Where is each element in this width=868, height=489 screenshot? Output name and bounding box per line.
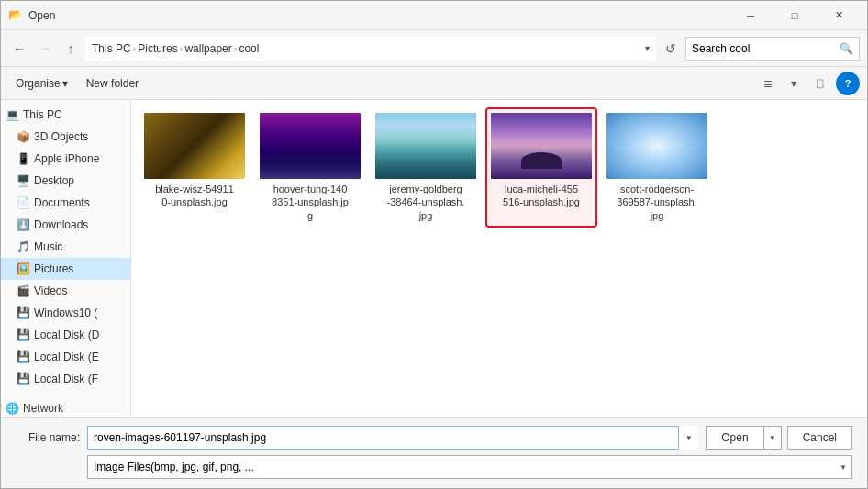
sidebar-label-local-e: Local Disk (E <box>34 350 99 363</box>
search-input[interactable] <box>692 42 836 55</box>
sidebar-label-this-pc: This PC <box>23 108 62 121</box>
sidebar-label-desktop: Desktop <box>34 174 74 187</box>
3d-objects-icon: 📦 <box>16 129 30 144</box>
view-controls: ≣ ▾ ⎕ <box>755 72 832 95</box>
file-item-luca[interactable]: luca-micheli-455516-unsplash.jpg <box>487 109 595 226</box>
sidebar-label-local-d: Local Disk (D <box>34 328 99 341</box>
view-dropdown-button[interactable]: ▾ <box>781 72 807 95</box>
sidebar-item-local-f[interactable]: 💾 Local Disk (F <box>1 368 130 390</box>
sidebar-item-this-pc[interactable]: 💻 This PC <box>1 104 130 126</box>
sidebar-item-videos[interactable]: 🎬 Videos <box>1 280 130 302</box>
file-name-input-wrap: ▼ <box>87 426 698 450</box>
breadcrumb-thispc: This PC <box>92 42 131 55</box>
this-pc-icon: 💻 <box>5 107 19 122</box>
downloads-icon: ⬇️ <box>16 217 30 232</box>
sidebar-item-windows10[interactable]: 💾 Windows10 ( <box>1 302 130 324</box>
file-name-jeremy: jeremy-goldberg-38464-unsplash.jpg <box>386 183 464 222</box>
view-icon-button[interactable]: ≣ <box>755 72 781 95</box>
sidebar-item-pictures[interactable]: 🖼️ Pictures <box>1 258 130 280</box>
file-thumb-jeremy <box>375 113 476 179</box>
open-dropdown-button[interactable]: ▼ <box>763 426 782 450</box>
sidebar: 💻 This PC 📦 3D Objects 📱 Apple iPhone 🖥️… <box>1 100 131 417</box>
file-thumb-blake <box>144 113 245 179</box>
cancel-button[interactable]: Cancel <box>787 426 852 450</box>
file-type-wrap: Image Files(bmp, jpg, gif, png, ... ▼ <box>87 455 852 479</box>
sidebar-item-music[interactable]: 🎵 Music <box>1 236 130 258</box>
desktop-icon: 🖥️ <box>16 173 30 188</box>
bottom-bar: File name: ▼ Open ▼ Cancel Image Files(b… <box>1 417 867 488</box>
breadcrumb[interactable]: This PC › Pictures › wallpaper › cool ▾ <box>85 37 656 61</box>
sidebar-label-3d-objects: 3D Objects <box>34 130 88 143</box>
file-name-scott: scott-rodgerson-369587-unsplash.jpg <box>617 183 696 222</box>
sidebar-label-videos: Videos <box>34 284 67 297</box>
sidebar-item-local-e[interactable]: 💾 Local Disk (E <box>1 346 130 368</box>
help-button[interactable]: ? <box>836 72 860 95</box>
sidebar-item-local-d[interactable]: 💾 Local Disk (D <box>1 324 130 346</box>
window-controls: ─ □ ✕ <box>729 1 860 30</box>
open-dialog: 📂 Open ─ □ ✕ ← → ↑ This PC › Pictures › … <box>0 0 868 489</box>
file-name-input[interactable] <box>87 426 698 450</box>
apple-iphone-icon: 📱 <box>16 151 30 166</box>
window-icon: 📂 <box>8 8 23 23</box>
back-button[interactable]: ← <box>8 38 30 60</box>
filename-row: File name: ▼ Open ▼ Cancel <box>16 426 852 450</box>
file-name-dropdown-button[interactable]: ▼ <box>678 426 698 450</box>
local-f-icon: 💾 <box>16 372 30 386</box>
sidebar-label-windows10: Windows10 ( <box>34 306 97 319</box>
search-box: 🔍 <box>685 37 860 61</box>
file-thumb-luca <box>491 113 592 179</box>
file-thumb-hoover <box>260 113 361 179</box>
file-thumb-scott <box>606 113 707 179</box>
music-icon: 🎵 <box>16 239 30 254</box>
details-pane-button[interactable]: ⎕ <box>807 72 832 95</box>
documents-icon: 📄 <box>16 195 30 210</box>
organise-chevron-icon: ▾ <box>62 77 68 90</box>
file-item-hoover[interactable]: hoover-tung-1408351-unsplash.jpg <box>256 109 364 226</box>
network-icon: 🌐 <box>5 401 19 416</box>
action-buttons: Open ▼ Cancel <box>706 426 852 450</box>
breadcrumb-pictures: Pictures <box>138 42 177 55</box>
file-item-scott[interactable]: scott-rodgerson-369587-unsplash.jpg <box>603 109 711 226</box>
sidebar-label-downloads: Downloads <box>34 218 88 231</box>
close-button[interactable]: ✕ <box>818 1 860 30</box>
minimize-button[interactable]: ─ <box>729 1 772 30</box>
breadcrumb-cool: cool <box>239 42 259 55</box>
sidebar-item-desktop[interactable]: 🖥️ Desktop <box>1 170 130 192</box>
file-item-blake[interactable]: blake-wisz-549110-unsplash.jpg <box>140 109 249 226</box>
pictures-icon: 🖼️ <box>16 261 30 276</box>
forward-button[interactable]: → <box>34 38 56 60</box>
sidebar-item-downloads[interactable]: ⬇️ Downloads <box>1 214 130 236</box>
sidebar-item-apple-iphone[interactable]: 📱 Apple iPhone <box>1 148 130 170</box>
sidebar-label-local-f: Local Disk (F <box>34 372 98 385</box>
main-content: 💻 This PC 📦 3D Objects 📱 Apple iPhone 🖥️… <box>1 100 867 417</box>
up-button[interactable]: ↑ <box>60 38 82 60</box>
title-bar: 📂 Open ─ □ ✕ <box>1 1 867 30</box>
windows10-icon: 💾 <box>16 306 30 320</box>
maximize-button[interactable]: □ <box>773 1 816 30</box>
file-name-label: File name: <box>16 431 80 444</box>
sidebar-item-network[interactable]: 🌐 Network <box>1 397 130 417</box>
sidebar-label-documents: Documents <box>34 196 90 209</box>
file-area: blake-wisz-549110-unsplash.jpg hoover-tu… <box>131 100 867 417</box>
refresh-button[interactable]: ↺ <box>660 38 682 60</box>
new-folder-button[interactable]: New folder <box>79 72 146 95</box>
address-bar: ← → ↑ This PC › Pictures › wallpaper › c… <box>1 30 867 67</box>
open-button[interactable]: Open <box>706 426 762 450</box>
window-title: Open <box>28 9 55 22</box>
local-d-icon: 💾 <box>16 328 30 342</box>
search-icon: 🔍 <box>840 42 853 55</box>
toolbar: Organise ▾ New folder ≣ ▾ ⎕ ? <box>1 67 867 100</box>
file-type-select[interactable]: Image Files(bmp, jpg, gif, png, ... <box>87 455 852 479</box>
new-folder-label: New folder <box>86 77 139 90</box>
organise-button[interactable]: Organise ▾ <box>8 72 75 95</box>
sidebar-item-documents[interactable]: 📄 Documents <box>1 192 130 214</box>
file-item-jeremy[interactable]: jeremy-goldberg-38464-unsplash.jpg <box>372 109 480 226</box>
sidebar-item-3d-objects[interactable]: 📦 3D Objects <box>1 126 130 148</box>
file-name-luca: luca-micheli-455516-unsplash.jpg <box>503 183 580 209</box>
filetype-row: Image Files(bmp, jpg, gif, png, ... ▼ <box>16 455 852 479</box>
sidebar-label-apple-iphone: Apple iPhone <box>34 152 99 165</box>
local-e-icon: 💾 <box>16 350 30 364</box>
sidebar-label-network: Network <box>23 402 63 415</box>
sidebar-label-music: Music <box>34 240 62 253</box>
sidebar-label-pictures: Pictures <box>34 262 73 275</box>
